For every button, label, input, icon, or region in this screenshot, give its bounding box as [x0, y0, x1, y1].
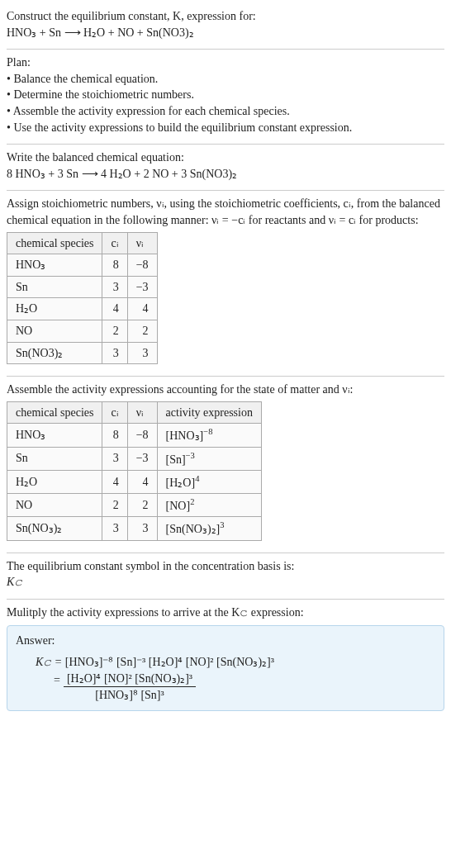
expr-exp: 2 [190, 497, 194, 506]
cell-ci: 2 [102, 320, 127, 342]
balanced-section: Write the balanced chemical equation: 8 … [7, 145, 444, 191]
col-vi: νᵢ [127, 401, 157, 424]
expr-exp: −8 [203, 427, 212, 436]
table-row: Sn 3 −3 [7, 276, 158, 298]
col-species: chemical species [7, 401, 102, 424]
cell-ci: 4 [102, 470, 127, 493]
table-row: HNO₃ 8 −8 [HNO₃]−8 [7, 424, 262, 447]
cell-species: HNO₃ [7, 424, 102, 447]
plan-item-1: • Determine the stoichiometric numbers. [7, 87, 444, 103]
answer-label: Answer: [16, 633, 435, 649]
expr-exp: −3 [186, 451, 195, 460]
answer-flat-line: K𝚌 = [HNO₃]⁻⁸ [Sn]⁻³ [H₂O]⁴ [NO]² [Sn(NO… [36, 654, 435, 671]
balanced-heading: Write the balanced chemical equation: [7, 149, 444, 166]
cell-species: H₂O [7, 470, 102, 493]
cell-vi: 2 [127, 320, 157, 342]
expr-base: [NO] [166, 500, 191, 512]
cell-species: Sn [7, 447, 102, 470]
cell-ci: 3 [102, 447, 127, 470]
cell-ci: 8 [102, 424, 127, 447]
col-vi: νᵢ [127, 232, 157, 254]
plan-item-0: • Balance the chemical equation. [7, 71, 444, 88]
multiply-section: Mulitply the activity expressions to arr… [7, 600, 444, 719]
expr-base: [Sn(NO₃)₂] [166, 523, 221, 535]
symbol-line1: The equilibrium constant symbol in the c… [7, 558, 444, 575]
answer-body: K𝚌 = [HNO₃]⁻⁸ [Sn]⁻³ [H₂O]⁴ [NO]² [Sn(NO… [16, 654, 435, 704]
cell-ci: 8 [102, 254, 127, 277]
col-ci: cᵢ [102, 401, 127, 424]
table-row: H₂O 4 4 [H₂O]4 [7, 470, 262, 493]
cell-vi: −3 [127, 276, 157, 298]
cell-expr: [Sn]−3 [157, 447, 261, 470]
stoich-section: Assign stoichiometric numbers, νᵢ, using… [7, 191, 444, 377]
plan-heading: Plan: [7, 55, 444, 71]
cell-expr: [NO]2 [157, 494, 261, 517]
answer-fraction: [H₂O]⁴ [NO]² [Sn(NO₃)₂]³ [HNO₃]⁸ [Sn]³ [64, 671, 196, 704]
stoich-heading: Assign stoichiometric numbers, νᵢ, using… [7, 196, 444, 228]
answer-flat: [HNO₃]⁻⁸ [Sn]⁻³ [H₂O]⁴ [NO]² [Sn(NO₃)₂]³ [65, 656, 274, 668]
plan-section: Plan: • Balance the chemical equation. •… [7, 50, 444, 145]
cell-expr: [H₂O]4 [157, 470, 261, 493]
cell-vi: −3 [127, 447, 157, 470]
kc-prefix: K𝚌 = [36, 656, 65, 668]
answer-eq: = [54, 671, 60, 689]
stoich-table: chemical species cᵢ νᵢ HNO₃ 8 −8 Sn 3 −3… [7, 232, 158, 365]
expr-exp: 4 [195, 474, 199, 483]
cell-vi: −8 [127, 254, 157, 277]
cell-vi: 4 [127, 470, 157, 493]
cell-species: H₂O [7, 298, 102, 320]
intro-line1: Construct the equilibrium constant, K, e… [7, 8, 444, 25]
cell-vi: 4 [127, 298, 157, 320]
table-row: Sn(NO3)₂ 3 3 [7, 342, 158, 364]
multiply-heading: Mulitply the activity expressions to arr… [7, 605, 444, 621]
table-row: Sn 3 −3 [Sn]−3 [7, 447, 262, 470]
activity-heading: Assemble the activity expressions accoun… [7, 382, 444, 398]
col-species: chemical species [7, 232, 102, 254]
activity-table: chemical species cᵢ νᵢ activity expressi… [7, 401, 262, 541]
cell-vi: 3 [127, 342, 157, 364]
col-ci: cᵢ [102, 232, 127, 254]
table-header-row: chemical species cᵢ νᵢ activity expressi… [7, 401, 262, 424]
intro-equation: HNO₃ + Sn ⟶ H₂O + NO + Sn(NO3)₂ [7, 25, 444, 41]
expr-base: [Sn] [166, 453, 186, 465]
cell-ci: 3 [102, 342, 127, 364]
table-row: H₂O 4 4 [7, 298, 158, 320]
cell-ci: 3 [102, 517, 127, 540]
cell-ci: 2 [102, 494, 127, 517]
plan-item-3: • Use the activity expressions to build … [7, 120, 444, 136]
cell-species: Sn(NO3)₂ [7, 342, 102, 364]
cell-species: NO [7, 494, 102, 517]
expr-base: [HNO₃] [166, 429, 204, 442]
symbol-section: The equilibrium constant symbol in the c… [7, 553, 444, 600]
symbol-kc: K𝚌 [7, 574, 444, 591]
answer-box: Answer: K𝚌 = [HNO₃]⁻⁸ [Sn]⁻³ [H₂O]⁴ [NO]… [7, 625, 444, 710]
table-header-row: chemical species cᵢ νᵢ [7, 232, 158, 254]
cell-vi: 2 [127, 494, 157, 517]
cell-species: NO [7, 320, 102, 342]
expr-base: [H₂O] [166, 476, 196, 488]
cell-ci: 3 [102, 276, 127, 298]
table-row: NO 2 2 [NO]2 [7, 494, 262, 517]
plan-item-2: • Assemble the activity expression for e… [7, 103, 444, 120]
cell-expr: [HNO₃]−8 [157, 424, 261, 447]
col-expr: activity expression [157, 401, 261, 424]
table-row: HNO₃ 8 −8 [7, 254, 158, 277]
table-row: NO 2 2 [7, 320, 158, 342]
cell-species: Sn [7, 276, 102, 298]
table-row: Sn(NO₃)₂ 3 3 [Sn(NO₃)₂]3 [7, 517, 262, 540]
expr-exp: 3 [220, 520, 224, 529]
fraction-numerator: [H₂O]⁴ [NO]² [Sn(NO₃)₂]³ [64, 671, 196, 688]
kc-text: K𝚌 [7, 576, 22, 588]
answer-frac-line: = [H₂O]⁴ [NO]² [Sn(NO₃)₂]³ [HNO₃]⁸ [Sn]³ [54, 671, 435, 704]
balanced-equation: 8 HNO₃ + 3 Sn ⟶ 4 H₂O + 2 NO + 3 Sn(NO3)… [7, 166, 444, 183]
activity-section: Assemble the activity expressions accoun… [7, 377, 444, 553]
cell-vi: 3 [127, 517, 157, 540]
cell-expr: [Sn(NO₃)₂]3 [157, 517, 261, 540]
cell-species: Sn(NO₃)₂ [7, 517, 102, 540]
cell-vi: −8 [127, 424, 157, 447]
fraction-denominator: [HNO₃]⁸ [Sn]³ [64, 687, 196, 704]
intro-section: Construct the equilibrium constant, K, e… [7, 3, 444, 50]
cell-species: HNO₃ [7, 254, 102, 277]
cell-ci: 4 [102, 298, 127, 320]
